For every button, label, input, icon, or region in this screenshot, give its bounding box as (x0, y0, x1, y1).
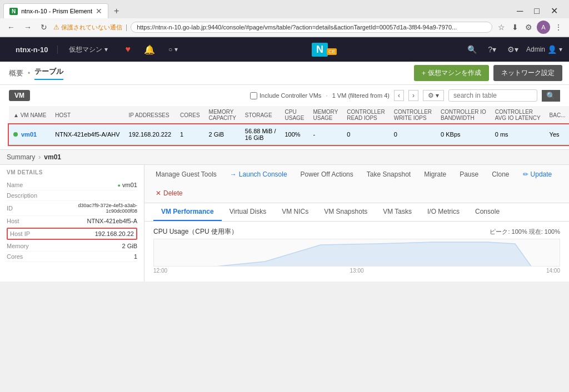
address-bar: ← → ↻ ⚠ 保護されていない通信 | https://ntnx-n-10.g… (0, 18, 569, 37)
bc-vmname[interactable]: vm01 (44, 153, 61, 161)
bookmark-button[interactable]: ☆ (496, 22, 507, 33)
prev-page-button[interactable]: ‹ (394, 90, 404, 101)
tab-vm-snapshots[interactable]: VM Snapshots (316, 203, 375, 221)
cell-controller-read: 0 (342, 124, 389, 145)
forward-button[interactable]: → (21, 22, 34, 33)
col-controller-write[interactable]: CONTROLLERWRITE IOPS (390, 106, 436, 124)
vm-table: ▲ VM NAME HOST IP ADDRESSES CORES MEMORY… (9, 106, 569, 145)
create-vm-button[interactable]: + 仮想マシンを作成 (414, 65, 489, 81)
bc-summary[interactable]: Summary (7, 153, 35, 161)
memory-peak-info: ピーク: 0.01% 現在: (506, 281, 560, 282)
pause-button[interactable]: Pause (457, 169, 481, 179)
new-tab-button[interactable]: + (111, 6, 122, 16)
pencil-icon: ✏ (523, 170, 528, 178)
id-value: d30ac7f9-372e-4ef3-a3ab-1c90dc000f08 (54, 203, 137, 214)
col-bac[interactable]: BAC... (545, 106, 569, 124)
close-window-button[interactable]: ✕ (545, 3, 563, 18)
nav-circle-menu[interactable]: ○ ▾ (162, 37, 184, 62)
cpu-x-labels: 12:00 13:00 14:00 (153, 267, 560, 275)
cell-memory-usage: - (309, 124, 343, 145)
detail-cores-row: Cores 1 (7, 252, 137, 262)
help-button[interactable]: ?▾ (485, 43, 500, 56)
window-controls: ─ □ ✕ (511, 3, 566, 18)
url-input[interactable]: https://ntnx-n-10.go-lab.jp:9440/console… (131, 22, 492, 33)
name-label: Name (7, 182, 23, 188)
migrate-button[interactable]: Migrate (422, 169, 448, 179)
tab-io-metrics[interactable]: I/O Metrics (420, 203, 467, 221)
update-button[interactable]: ✏ Update (521, 169, 555, 179)
right-content-panel: Manage Guest Tools → Launch Console Powe… (144, 165, 569, 282)
power-off-button[interactable]: Power Off Actions (298, 169, 356, 179)
search-button[interactable]: 🔍 (464, 43, 480, 56)
maximize-button[interactable]: □ (528, 4, 545, 18)
cell-controller-latency: 0 ms (491, 124, 545, 145)
controller-vms-checkbox[interactable] (250, 92, 257, 99)
col-memory-usage[interactable]: MEMORYUSAGE (309, 106, 343, 124)
tab-vm-performance[interactable]: VM Performance (153, 203, 222, 221)
column-settings-button[interactable]: ⚙ ▾ (423, 90, 444, 101)
delete-button[interactable]: ✕ Delete (153, 188, 185, 198)
settings-button[interactable]: ⚙▾ (504, 43, 522, 56)
cell-vm-name[interactable]: vm01 (9, 124, 51, 145)
menu-button[interactable]: ⋮ (552, 22, 565, 33)
col-cores[interactable]: CORES (176, 106, 204, 124)
col-host[interactable]: HOST (51, 106, 124, 124)
profile-avatar[interactable]: A (537, 21, 550, 34)
browser-icons: ☆ ⬇ ⚙ A ⋮ (496, 21, 565, 34)
manage-guest-tools-button[interactable]: Manage Guest Tools (153, 169, 219, 179)
nav-bell-icon[interactable]: 🔔 (137, 37, 162, 62)
breadcrumb-table[interactable]: テーブル (34, 67, 63, 80)
col-vm-name[interactable]: ▲ VM NAME (9, 106, 51, 124)
tab-vm-tasks[interactable]: VM Tasks (375, 203, 420, 221)
vm-name-cell: vm01 (13, 131, 46, 138)
col-storage[interactable]: STORAGE (241, 106, 281, 124)
tab-close-button[interactable]: ✕ (96, 7, 102, 16)
memory-label: Memory (7, 243, 29, 249)
cores-label: Cores (7, 253, 23, 260)
site-name[interactable]: ntnx-n-10 (7, 46, 58, 54)
cpu-x-label-2: 13:00 (350, 268, 363, 274)
charts-area: CPU Usage（CPU 使用率） ピーク: 100% 現在: 100% (144, 222, 569, 282)
breadcrumb-summary[interactable]: 概要 (9, 68, 23, 78)
active-browser-tab[interactable]: N ntnx-n-10 - Prism Element ✕ (3, 3, 108, 18)
reload-button[interactable]: ↻ (38, 22, 50, 33)
col-controller-read[interactable]: CONTROLLERREAD IOPS (342, 106, 389, 124)
security-warning: ⚠ 保護されていない通信 (53, 23, 122, 32)
col-cpu-usage[interactable]: CPUUSAGE (280, 106, 308, 124)
include-controller-checkbox[interactable]: Include Controller VMs (250, 92, 321, 99)
detail-description-row: Description (7, 190, 137, 201)
launch-console-button[interactable]: → Launch Console (228, 169, 290, 179)
next-page-button[interactable]: › (408, 90, 418, 101)
table-section: VM Include Controller VMs · 1 VM (filter… (0, 85, 569, 150)
nav-vm-menu[interactable]: 仮想マシン ▾ (62, 37, 114, 62)
nav-health-icon[interactable]: ♥ (119, 37, 138, 62)
tab-vm-nics[interactable]: VM NICs (274, 203, 316, 221)
cell-cpu-usage: 100% (280, 124, 308, 145)
host-label: Host (7, 218, 19, 224)
col-memory[interactable]: MEMORYCAPACITY (204, 106, 241, 124)
cpu-chart-body (153, 239, 560, 267)
vm-tag[interactable]: VM (9, 90, 30, 101)
host-value: NTNX-421eb4f5-A (87, 218, 138, 224)
take-snapshot-button[interactable]: Take Snapshot (365, 169, 413, 179)
col-controller-latency[interactable]: CONTROLLERAVG IO LATENCY (491, 106, 545, 124)
search-button[interactable]: 🔍 (542, 90, 560, 102)
top-nav: ntnx-n-10 仮想マシン ▾ ♥ 🔔 ○ ▾ N CE 🔍 ?▾ ⚙▾ A… (0, 37, 569, 62)
minimize-button[interactable]: ─ (511, 4, 528, 18)
host-ip-value: 192.168.20.22 (95, 230, 134, 237)
extensions-button[interactable]: ⚙ (523, 22, 535, 33)
vm-name-text[interactable]: vm01 (21, 131, 37, 138)
x-icon: ✕ (156, 189, 161, 197)
network-settings-button[interactable]: ネットワーク設定 (493, 65, 562, 81)
tab-console[interactable]: Console (467, 203, 507, 221)
col-controller-bw[interactable]: CONTROLLER IOBANDWIDTH (436, 106, 491, 124)
table-row[interactable]: vm01 NTNX-421eb4f5-A/AHV 192.168.20.222 … (9, 124, 569, 145)
cell-storage: 56.88 MiB /16 GiB (241, 124, 281, 145)
tab-virtual-disks[interactable]: Virtual Disks (222, 203, 274, 221)
back-button[interactable]: ← (4, 22, 18, 33)
admin-menu[interactable]: Admin 👤 ▾ (526, 45, 562, 54)
clone-button[interactable]: Clone (490, 169, 511, 179)
download-button[interactable]: ⬇ (510, 22, 521, 33)
search-input[interactable] (448, 89, 537, 102)
col-ip[interactable]: IP ADDRESSES (124, 106, 176, 124)
